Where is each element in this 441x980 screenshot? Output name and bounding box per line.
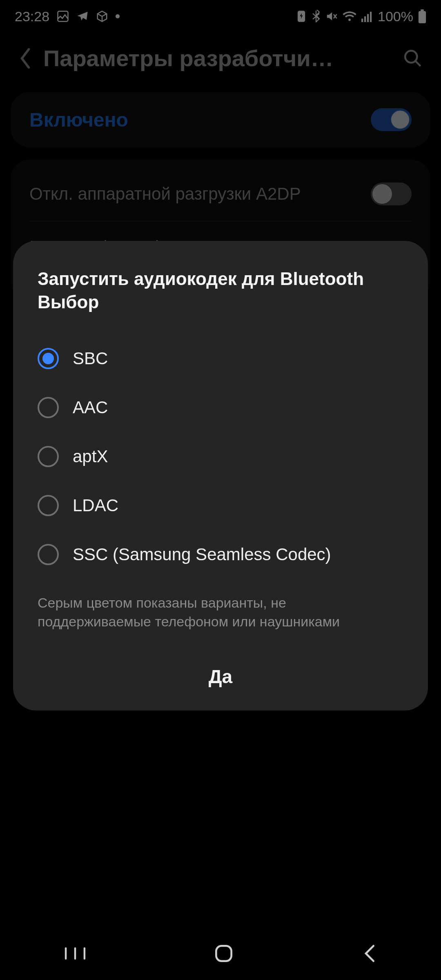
codec-option-ldac[interactable]: LDAC (38, 481, 403, 530)
notification-dot-icon (116, 14, 120, 18)
svg-rect-7 (370, 12, 372, 22)
battery-icon (418, 9, 426, 23)
master-toggle-label: Включено (29, 109, 128, 131)
svg-rect-6 (367, 14, 369, 22)
svg-rect-5 (364, 16, 366, 22)
codec-label: SBC (73, 349, 108, 368)
nav-home-button[interactable] (214, 944, 234, 963)
setting-label: Откл. аппаратной разгрузки A2DP (29, 184, 301, 204)
svg-rect-15 (216, 946, 231, 961)
package-icon (96, 10, 108, 22)
back-button[interactable] (18, 47, 33, 70)
status-time: 23:28 (15, 9, 49, 24)
codec-label: AAC (73, 398, 108, 417)
codec-option-aptx[interactable]: aptX (38, 432, 403, 481)
dialog-title: Запустить аудиокодек для Bluetooth Выбор (38, 267, 403, 314)
svg-rect-8 (421, 9, 424, 11)
telegram-icon (76, 10, 89, 22)
codec-option-ssc[interactable]: SSC (Samsung Seamless Codec) (38, 530, 403, 579)
svg-rect-4 (361, 19, 363, 22)
codec-label: aptX (73, 447, 108, 466)
dialog-note: Серым цветом показаны варианты, не подде… (38, 594, 403, 631)
nav-back-button[interactable] (361, 944, 377, 963)
bluetooth-icon (312, 10, 321, 23)
wifi-icon (343, 11, 356, 22)
nav-recents-button[interactable] (64, 945, 87, 962)
svg-rect-9 (419, 11, 426, 23)
app-header: Параметры разработчи… (0, 33, 441, 88)
radio-icon (38, 348, 59, 369)
setting-a2dp-offload[interactable]: Откл. аппаратной разгрузки A2DP (11, 167, 430, 221)
mute-icon (325, 10, 338, 22)
codec-label: SSC (Samsung Seamless Codec) (73, 545, 331, 564)
page-title: Параметры разработчи… (43, 45, 392, 71)
nav-bar (0, 927, 441, 980)
codec-option-aac[interactable]: AAC (38, 383, 403, 432)
radio-icon (38, 495, 59, 516)
codec-label: LDAC (73, 496, 118, 515)
search-button[interactable] (403, 48, 423, 69)
radio-icon (38, 397, 59, 418)
svg-point-10 (405, 51, 417, 62)
codec-option-sbc[interactable]: SBC (38, 334, 403, 383)
dialog-confirm-button[interactable]: Да (38, 651, 403, 694)
a2dp-toggle-switch[interactable] (371, 183, 412, 205)
radio-icon (38, 446, 59, 467)
codec-dialog: Запустить аудиокодек для Bluetooth Выбор… (13, 241, 428, 710)
svg-line-11 (415, 61, 421, 66)
gallery-icon (57, 10, 69, 22)
master-toggle-card[interactable]: Включено (11, 92, 430, 147)
battery-percent: 100% (378, 9, 413, 24)
signal-icon (361, 11, 373, 22)
master-toggle-switch[interactable] (371, 108, 412, 131)
radio-icon (38, 544, 59, 565)
battery-saver-icon (296, 10, 307, 23)
status-bar: 23:28 (0, 0, 441, 33)
